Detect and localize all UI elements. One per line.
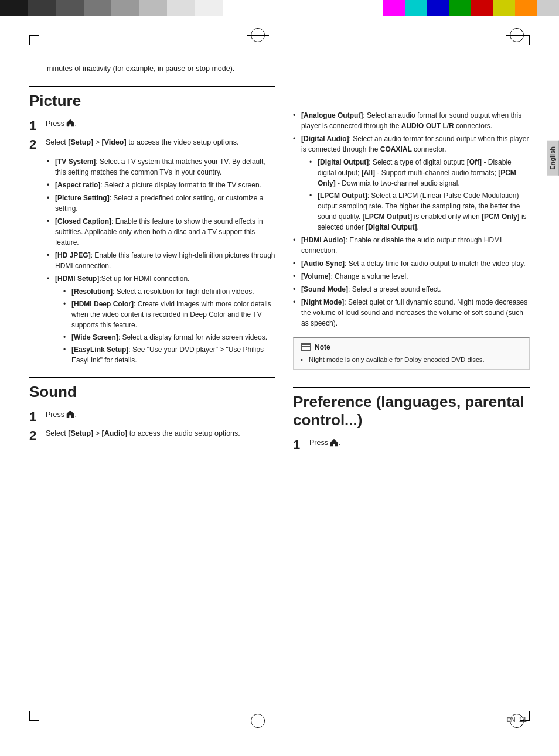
list-item: [Resolution]: Select a resolution for hi… xyxy=(63,286,275,297)
page-number: EN 11 xyxy=(506,716,527,724)
note-content: Night mode is only available for Dolby e… xyxy=(301,355,522,364)
preference-step-1-text: Press . xyxy=(309,437,530,449)
page-content: minutes of inactivity (for example, in p… xyxy=(0,16,559,503)
note-header: Note xyxy=(301,343,522,351)
list-item: [LPCM Output]: Select a LPCM (Linear Pul… xyxy=(309,190,530,232)
page-num-value: 11 xyxy=(519,716,527,724)
picture-step-2-num: 2 xyxy=(29,137,41,152)
picture-section-title: Picture xyxy=(29,86,275,110)
list-item: [Audio Sync]: Set a delay time for audio… xyxy=(293,258,530,269)
list-item: [Picture Setting]: Select a predefined c… xyxy=(47,193,275,214)
list-item: [HDMI Setup]:Set up for HDMI connection.… xyxy=(47,273,275,365)
sound-step-1-num: 1 xyxy=(29,409,41,425)
picture-step-1-text: Press . xyxy=(46,118,275,129)
list-item: [Aspect ratio]: Select a picture display… xyxy=(47,180,275,190)
sound-step-1: 1 Press . xyxy=(29,409,275,425)
right-color-bars xyxy=(383,0,559,16)
hdmi-sub-bullets: [Resolution]: Select a resolution for hi… xyxy=(63,286,275,365)
en-label: EN xyxy=(506,716,515,723)
list-item: [EasyLink Setup]: See "Use your DVD play… xyxy=(63,344,275,365)
list-item: [Sound Mode]: Select a preset sound effe… xyxy=(293,284,530,295)
sound-section-title: Sound xyxy=(29,377,275,401)
sound-step-2-text: Select [Setup] > [Audio] to access the a… xyxy=(46,428,275,439)
home-icon-2 xyxy=(66,410,74,418)
digital-audio-sub: [Digital Output]: Select a type of digit… xyxy=(309,157,530,232)
home-icon-3 xyxy=(330,439,338,447)
sound-step-2-num: 2 xyxy=(29,428,41,443)
list-item: [Wide Screen]: Select a display format f… xyxy=(63,332,275,343)
picture-step-2: 2 Select [Setup] > [Video] to access the… xyxy=(29,137,275,152)
audio-bullets: [Analogue Output]: Select an audio forma… xyxy=(293,110,530,329)
list-item: [Closed Caption]: Enable this feature to… xyxy=(47,216,275,248)
left-color-bars xyxy=(0,0,223,16)
sound-step-2: 2 Select [Setup] > [Audio] to access the… xyxy=(29,428,275,443)
preference-section-title: Preference (languages, parental control.… xyxy=(293,387,530,429)
corner-tr xyxy=(520,35,530,45)
list-item: [Night Mode]: Select quiet or full dynam… xyxy=(293,297,530,329)
intro-text: minutes of inactivity (for example, in p… xyxy=(47,63,275,74)
reg-mark-bl xyxy=(251,714,265,728)
corner-bl xyxy=(29,711,39,721)
sound-step-1-text: Press . xyxy=(46,409,275,420)
home-icon xyxy=(66,119,74,127)
reg-mark-tl xyxy=(251,28,265,42)
sound-section: Sound 1 Press . 2 Select [Setup] > [Audi… xyxy=(29,377,275,444)
note-title: Note xyxy=(315,343,330,351)
list-item: [HDMI Deep Color]: Create vivid images w… xyxy=(63,299,275,330)
note-icon xyxy=(301,343,311,351)
right-column: [Analogue Output]: Select an audio forma… xyxy=(293,63,530,456)
english-tab: English xyxy=(547,141,559,176)
list-item: [Digital Output]: Select a type of digit… xyxy=(309,157,530,189)
list-item: [HD JPEG]: Enable this feature to view h… xyxy=(47,250,275,271)
picture-bullets: [TV System]: Select a TV system that mat… xyxy=(47,156,275,365)
list-item: [Volume]: Change a volume level. xyxy=(293,271,530,282)
corner-tl xyxy=(29,35,39,45)
preference-step-1-num: 1 xyxy=(293,437,305,453)
list-item: [TV System]: Select a TV system that mat… xyxy=(47,156,275,177)
list-item: [Digital Audio]: Select an audio format … xyxy=(293,134,530,232)
picture-section: Picture 1 Press . 2 Select [Setup] > [Vi… xyxy=(29,86,275,365)
preference-step-1: 1 Press . xyxy=(293,437,530,453)
preference-section: Preference (languages, parental control.… xyxy=(293,387,530,453)
list-item: [HDMI Audio]: Enable or disable the audi… xyxy=(293,235,530,256)
note-box: Note Night mode is only available for Do… xyxy=(293,337,530,370)
list-item: Night mode is only available for Dolby e… xyxy=(301,355,522,364)
list-item: [Analogue Output]: Select an audio forma… xyxy=(293,110,530,131)
picture-step-1: 1 Press . xyxy=(29,118,275,134)
picture-step-2-text: Select [Setup] > [Video] to access the v… xyxy=(46,137,275,148)
color-bar-top xyxy=(0,0,559,16)
left-column: minutes of inactivity (for example, in p… xyxy=(29,63,275,456)
picture-step-1-num: 1 xyxy=(29,118,41,134)
